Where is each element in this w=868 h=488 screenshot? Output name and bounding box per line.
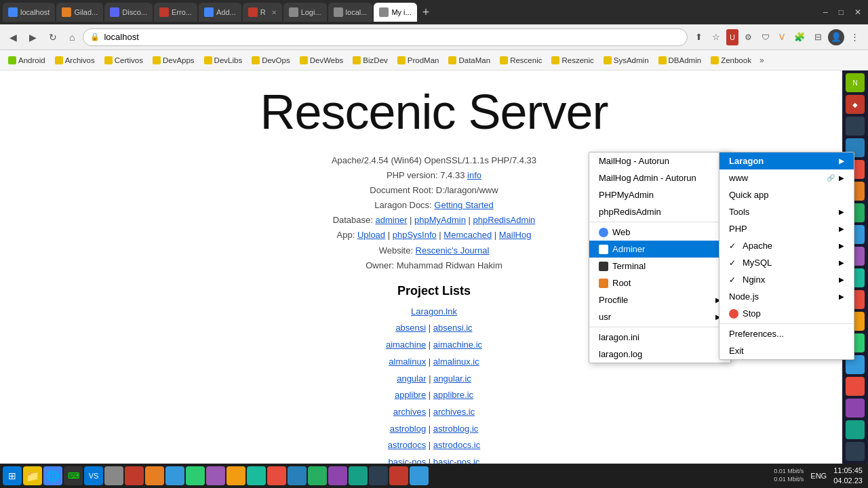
menu-item-adminer[interactable]: Adminer	[589, 241, 730, 258]
tray-icon-15[interactable]	[846, 377, 865, 396]
taskbar-icon-9[interactable]	[186, 466, 205, 485]
menu-item-usr[interactable]: usr ▶	[589, 308, 730, 325]
taskbar-icon-16[interactable]	[328, 466, 347, 485]
taskbar-icon-14[interactable]	[288, 466, 307, 485]
project-almalinux[interactable]: almalinux	[389, 357, 426, 367]
tab-3[interactable]: Disco...	[104, 3, 153, 22]
taskbar-icon-11[interactable]	[226, 466, 245, 485]
bookmark-archivos[interactable]: Archivos	[51, 55, 99, 66]
bookmark-rescenic[interactable]: Rescenic	[496, 55, 546, 66]
menu-button[interactable]: ⋮	[847, 29, 863, 45]
taskbar-icon-17[interactable]	[349, 466, 368, 485]
bookmark-android[interactable]: Android	[4, 55, 50, 66]
bookmark-devlibs[interactable]: DevLibs	[200, 55, 247, 66]
extension-u-button[interactable]: U	[726, 29, 738, 45]
tab-6-close[interactable]: ✕	[271, 9, 277, 16]
project-basic-pos[interactable]: basic-pos	[389, 457, 427, 464]
share-button[interactable]: ⬆	[692, 29, 706, 45]
php-info-link[interactable]: info	[467, 170, 481, 180]
taskbar-icon-10[interactable]	[206, 466, 225, 485]
project-aimachine[interactable]: aimachine	[386, 340, 426, 350]
reload-button[interactable]: ↻	[45, 29, 61, 45]
submenu-nodejs[interactable]: Node.js ▶	[719, 288, 854, 305]
profile-button[interactable]: 👤	[828, 29, 844, 45]
home-button[interactable]: ⌂	[65, 29, 79, 45]
project-astrodocs[interactable]: astrodocs	[388, 440, 426, 450]
address-bar[interactable]: 🔒 localhost	[83, 28, 688, 46]
submenu-php[interactable]: PHP ▶	[719, 220, 854, 237]
tab-6[interactable]: R ✕	[243, 3, 282, 22]
submenu-exit[interactable]: Exit	[719, 342, 854, 359]
taskbar-icon-vscode[interactable]: VS	[84, 466, 103, 485]
menu-item-laragon-log[interactable]: laragon.log	[589, 346, 730, 363]
taskbar-icon-13[interactable]	[267, 466, 286, 485]
taskbar-icon-6[interactable]	[125, 466, 144, 485]
taskbar-icon-20[interactable]	[410, 466, 429, 485]
tray-icon-3[interactable]	[846, 117, 865, 136]
bookmark-certivos[interactable]: Certivos	[100, 55, 147, 66]
tray-icon-2[interactable]: ◆	[846, 95, 865, 114]
menu-item-laragon-ini[interactable]: laragon.ini	[589, 329, 730, 346]
ext-button-2[interactable]: ⚙	[741, 29, 755, 45]
project-absensi[interactable]: absensi	[395, 323, 426, 333]
ext-button-3[interactable]: 🛡	[758, 29, 773, 45]
project-applibre[interactable]: applibre	[395, 390, 426, 400]
website-link[interactable]: Rescenic's Journal	[416, 245, 490, 256]
tray-icon-18[interactable]	[846, 442, 865, 461]
adminer-link[interactable]: adminer	[376, 215, 408, 225]
project-laragon[interactable]: Laragon.lnk	[411, 306, 457, 317]
submenu-nginx[interactable]: ✓ Nginx ▶	[719, 271, 854, 288]
taskbar-icon-15[interactable]	[308, 466, 327, 485]
tab-1[interactable]: localhost	[3, 3, 55, 22]
tab-2[interactable]: Gilad...	[56, 3, 103, 22]
bookmark-dataman[interactable]: DataMan	[444, 55, 494, 66]
new-tab-button[interactable]: +	[418, 5, 434, 20]
bookmark-zenbook[interactable]: Zenbook	[707, 55, 755, 66]
close-button[interactable]: ✕	[850, 6, 865, 18]
taskbar-icon-19[interactable]	[389, 466, 408, 485]
submenu-stop[interactable]: Stop	[719, 305, 854, 322]
menu-item-terminal[interactable]: Terminal	[589, 258, 730, 274]
taskbar-icon-7[interactable]	[145, 466, 164, 485]
taskbar-icon-12[interactable]	[247, 466, 266, 485]
bookmark-sysadmin[interactable]: SysAdmin	[599, 55, 653, 66]
taskbar-icon-terminal[interactable]: ⌨	[64, 466, 83, 485]
bookmark-dbadmin[interactable]: DBAdmin	[654, 55, 706, 66]
sidebar-button[interactable]: ⊟	[811, 29, 825, 45]
menu-item-root[interactable]: Root	[589, 274, 730, 291]
extensions-button[interactable]: 🧩	[791, 29, 808, 45]
bookmark-devwebs[interactable]: DevWebs	[296, 55, 348, 66]
start-button[interactable]: ⊞	[3, 466, 22, 485]
tray-icon-16[interactable]	[846, 399, 865, 418]
phpredisadmin-link[interactable]: phpRedisAdmin	[473, 215, 536, 225]
submenu-apache[interactable]: ✓ Apache ▶	[719, 237, 854, 254]
forward-button[interactable]: ▶	[25, 29, 41, 45]
phpmyadmin-link[interactable]: phpMyAdmin	[414, 215, 466, 225]
submenu-preferences[interactable]: Preferences...	[719, 325, 854, 342]
laragon-docs-link[interactable]: Getting Started	[434, 200, 493, 210]
menu-item-phpredisadmin[interactable]: phpRedisAdmin	[589, 203, 730, 220]
taskbar-icon-5[interactable]	[104, 466, 123, 485]
project-archives[interactable]: archives	[393, 407, 426, 417]
project-angular[interactable]: angular	[397, 373, 426, 384]
maximize-button[interactable]: □	[835, 6, 848, 18]
menu-item-web[interactable]: Web	[589, 224, 730, 241]
tab-4[interactable]: Erro...	[154, 3, 197, 22]
tab-9[interactable]: My i...	[374, 3, 416, 22]
submenu-www[interactable]: www 🔗 ▶	[719, 169, 854, 186]
menu-item-mailhog-admin[interactable]: MailHog Admin - Autorun	[589, 169, 730, 186]
bookmark-devapps[interactable]: DevApps	[149, 55, 199, 66]
mailhog-link[interactable]: MailHog	[499, 230, 532, 240]
menu-item-mailhog-autorun[interactable]: MailHog - Autorun	[589, 152, 730, 169]
back-button[interactable]: ◀	[5, 29, 21, 45]
upload-link[interactable]: Upload	[357, 230, 385, 240]
bookmark-devops[interactable]: DevOps	[248, 55, 294, 66]
taskbar-icon-18[interactable]	[369, 466, 388, 485]
ext-button-4[interactable]: V	[776, 29, 788, 45]
bookmark-prodman[interactable]: ProdMan	[393, 55, 443, 66]
submenu-tools[interactable]: Tools ▶	[719, 203, 854, 220]
tray-icon-17[interactable]	[846, 420, 865, 439]
submenu-mysql[interactable]: ✓ MySQL ▶	[719, 254, 854, 271]
bookmarks-more[interactable]: »	[757, 54, 767, 66]
tray-icon-nvidia[interactable]: N	[846, 73, 865, 92]
